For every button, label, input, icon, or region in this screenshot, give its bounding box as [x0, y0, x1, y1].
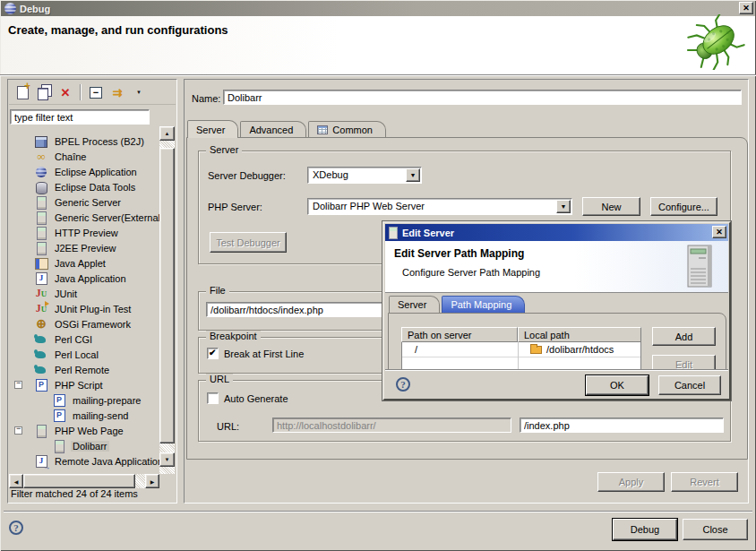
cancel-button[interactable]: Cancel	[658, 375, 721, 395]
path-mapping-table: Path on server Local path / /dolibarr/ht…	[401, 327, 641, 375]
tree-item-j2ee-preview[interactable]: J2EE Preview	[9, 240, 165, 255]
server-icon	[389, 227, 398, 239]
ok-button[interactable]: OK	[586, 375, 649, 395]
scroll-down-icon[interactable]: ▼	[159, 452, 175, 467]
tree-item-perl-local[interactable]: Perl Local	[9, 347, 165, 362]
configurations-sidebar: BPEL Process (B2J) Chaîne Eclipse Applic…	[7, 79, 177, 504]
new-config-icon[interactable]	[13, 83, 31, 101]
dialog-tab-path-mapping[interactable]: Path Mapping	[442, 296, 525, 313]
tree-horizontal-scrollbar[interactable]: ◀ ▶	[9, 474, 159, 488]
tree-item-http-preview[interactable]: HTTP Preview	[9, 225, 165, 240]
new-server-button[interactable]: New	[582, 197, 640, 216]
tree-item-generic-server[interactable]: Generic Server	[9, 194, 165, 210]
scroll-thumb[interactable]	[159, 148, 175, 443]
tree-item-junit-plugin[interactable]: JUnit Plug-in Test	[9, 301, 165, 316]
tree-item-osgi[interactable]: OSGi Framework	[9, 316, 165, 331]
table-icon	[317, 125, 328, 134]
php-file-icon	[52, 409, 66, 423]
break-first-line-checkbox[interactable]	[207, 348, 219, 359]
tab-common[interactable]: Common	[308, 121, 386, 138]
tree-item-chaine[interactable]: Chaîne	[9, 149, 165, 164]
collapse-expander-icon[interactable]	[14, 381, 22, 389]
perl-icon	[34, 332, 48, 347]
sidebar-toolbar	[9, 81, 176, 105]
chevron-down-icon[interactable]	[556, 200, 571, 213]
tree-item-generic-server-external[interactable]: Generic Server(External La	[9, 210, 165, 225]
help-icon[interactable]	[9, 521, 23, 535]
tree-vertical-scrollbar[interactable]: ▲ ▼	[159, 126, 175, 474]
add-mapping-button[interactable]: Add	[652, 327, 716, 346]
tree-item-mailing-prepare[interactable]: mailing-prepare	[9, 392, 165, 408]
tree-item-dolibarr[interactable]: Dolibarr	[9, 438, 165, 453]
tab-server[interactable]: Server	[187, 120, 238, 138]
server-debugger-select[interactable]: XDebug	[307, 167, 422, 184]
php-script-icon	[34, 378, 48, 392]
tree-item-bpel[interactable]: BPEL Process (B2J)	[9, 133, 165, 149]
chain-icon	[34, 150, 48, 164]
column-header-path-on-server[interactable]: Path on server	[401, 327, 518, 342]
tree-item-eclipse-data-tools[interactable]: Eclipse Data Tools	[9, 179, 165, 194]
tree-item-perl-remote[interactable]: Perl Remote	[9, 362, 165, 377]
help-icon[interactable]	[396, 377, 410, 392]
php-web-icon	[52, 439, 66, 453]
scroll-thumb[interactable]	[23, 474, 135, 488]
apply-button[interactable]: Apply	[597, 472, 665, 492]
tab-advanced[interactable]: Advanced	[240, 121, 306, 138]
tree-item-eclipse-application[interactable]: Eclipse Application	[9, 164, 165, 179]
collapse-expander-icon[interactable]	[14, 426, 22, 435]
server-icon	[34, 211, 48, 225]
dialog-tabs: Server Path Mapping	[389, 296, 527, 313]
banner: Create, manage, and run configurations	[1, 16, 755, 74]
name-input[interactable]	[223, 90, 742, 105]
banner-separator	[0, 74, 756, 76]
server-tower-icon	[685, 245, 714, 289]
url-path-input[interactable]	[520, 418, 724, 433]
java-application-icon	[34, 271, 48, 286]
tree-item-perl-cgi[interactable]: Perl CGI	[9, 331, 165, 347]
eclipse-application-icon	[34, 165, 48, 179]
test-debugger-button[interactable]: Test Debugger	[210, 232, 287, 253]
tree-item-java-applet[interactable]: Java Applet	[9, 255, 165, 271]
dialog-title-bar[interactable]: Edit Server	[385, 224, 728, 241]
config-tabs: Server Advanced Common	[187, 120, 388, 138]
duplicate-config-icon[interactable]	[35, 83, 53, 101]
tree-item-junit[interactable]: JUnit	[9, 286, 165, 301]
column-header-local-path[interactable]: Local path	[518, 327, 641, 342]
file-group-title: File	[206, 285, 229, 296]
php-server-select[interactable]: Dolibarr PHP Web Server	[307, 198, 572, 215]
revert-button[interactable]: Revert	[671, 472, 738, 492]
scroll-right-icon[interactable]: ▶	[145, 474, 159, 488]
perl-icon	[34, 363, 48, 377]
debug-button[interactable]: Debug	[613, 519, 677, 540]
table-row[interactable]: / /dolibarr/htdocs	[402, 342, 640, 357]
server-debugger-label: Server Debugger:	[208, 170, 286, 181]
osgi-framework-icon	[34, 317, 48, 331]
title-bar[interactable]: Debug	[1, 1, 755, 16]
configure-server-button[interactable]: Configure...	[650, 197, 717, 216]
tree-item-remote-java[interactable]: Remote Java Application	[9, 453, 165, 469]
chevron-down-icon[interactable]	[406, 168, 420, 182]
dialog-tab-server[interactable]: Server	[389, 296, 440, 313]
junit-icon	[34, 287, 48, 301]
tree-item-php-script[interactable]: PHP Script	[9, 377, 165, 392]
menu-dropdown-icon[interactable]	[130, 83, 148, 101]
collapse-all-icon[interactable]	[87, 83, 105, 101]
filter-input[interactable]	[10, 109, 150, 125]
delete-config-icon[interactable]	[56, 83, 74, 101]
junit-plugin-icon	[34, 302, 48, 316]
auto-generate-checkbox[interactable]	[207, 392, 219, 404]
close-button[interactable]: Close	[683, 519, 748, 540]
dialog-heading: Edit Server Path Mapping	[394, 247, 524, 260]
filter-status: Filter matched 24 of 24 items	[11, 488, 138, 499]
scroll-up-icon[interactable]: ▲	[159, 126, 175, 141]
dialog-button-bar: OK Cancel	[385, 369, 728, 398]
server-icon	[34, 226, 48, 240]
scroll-left-icon[interactable]: ◀	[9, 474, 23, 488]
filter-icon[interactable]	[108, 83, 126, 101]
server-icon	[34, 241, 48, 255]
tree-item-java-application[interactable]: Java Application	[9, 271, 165, 286]
tree-item-mailing-send[interactable]: mailing-send	[9, 408, 165, 423]
tree-item-php-web-page[interactable]: PHP Web Page	[9, 423, 165, 438]
close-icon[interactable]	[739, 2, 753, 14]
close-icon[interactable]	[712, 226, 726, 238]
